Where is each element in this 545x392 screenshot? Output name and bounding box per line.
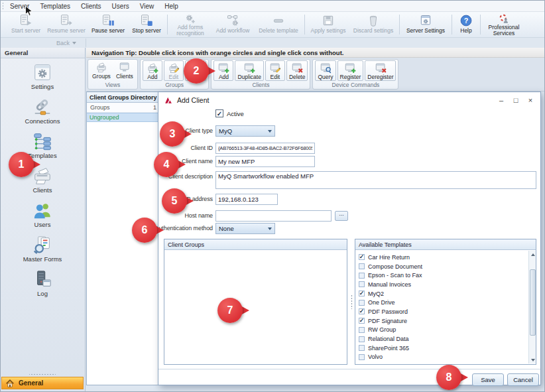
splitter-handle[interactable] xyxy=(29,373,56,376)
server-log-icon xyxy=(32,269,52,289)
client-id-field[interactable] xyxy=(215,143,315,154)
chevron-down-icon xyxy=(72,42,76,44)
template-row[interactable]: ✓ PDF Password xyxy=(359,307,528,316)
template-checkbox[interactable] xyxy=(359,263,365,269)
available-templates-title: Available Templates xyxy=(355,239,536,250)
apply-settings-button[interactable]: Apply settings xyxy=(307,13,349,36)
home-icon xyxy=(5,379,15,388)
client-type-row: Client type MyQ xyxy=(158,125,540,137)
template-row[interactable]: Manual Invoices xyxy=(359,280,528,289)
template-checkbox[interactable]: ✓ xyxy=(359,291,365,296)
scrollbar[interactable] xyxy=(528,251,536,363)
scroll-down-icon[interactable] xyxy=(529,356,536,363)
template-row[interactable]: Epson - Scan to Fax xyxy=(359,271,528,280)
sidebar-footer-general[interactable]: General xyxy=(1,377,84,389)
template-checkbox[interactable] xyxy=(359,300,365,306)
dialog-titlebar[interactable]: Add Client – □ × xyxy=(158,92,540,108)
menu-clients[interactable]: Clients xyxy=(81,3,101,10)
device-register-button[interactable]: Register xyxy=(337,60,364,81)
back-button[interactable]: Back xyxy=(52,38,80,47)
host-name-field[interactable] xyxy=(215,210,332,222)
sidebar-item-users[interactable]: Users xyxy=(32,200,52,228)
template-checkbox[interactable] xyxy=(359,327,365,333)
template-row[interactable]: ✓ MyQ2 xyxy=(359,289,528,298)
device-query-button[interactable]: Query xyxy=(315,60,335,81)
menu-help[interactable]: Help xyxy=(164,3,178,10)
template-row[interactable]: One Drive xyxy=(359,298,528,307)
groups-edit-button[interactable]: Edit xyxy=(164,60,184,81)
maximize-icon[interactable]: □ xyxy=(509,95,523,105)
template-row[interactable]: SharePoint 365 xyxy=(359,344,528,353)
magnifier-documents-icon xyxy=(32,235,52,255)
template-checkbox[interactable]: ✓ xyxy=(359,254,365,260)
panel-splitter[interactable] xyxy=(349,239,354,365)
discard-settings-button[interactable]: Discard settings xyxy=(349,13,397,36)
template-checkbox[interactable] xyxy=(359,345,365,351)
pause-server-button[interactable]: Pause server xyxy=(88,13,128,36)
template-row[interactable]: Relational Data xyxy=(359,334,528,344)
template-checkbox[interactable]: ✓ xyxy=(359,318,365,324)
client-type-dropdown[interactable]: MyQ xyxy=(215,125,275,137)
annotation-step-2: 2 xyxy=(184,58,218,84)
clients-edit-button[interactable]: Edit xyxy=(265,60,285,81)
template-checkbox[interactable] xyxy=(359,273,365,279)
views-groups-button[interactable]: Groups xyxy=(90,60,113,81)
minimize-icon[interactable]: – xyxy=(494,95,509,105)
annotation-step-4: 4 xyxy=(154,152,188,177)
server-settings-button[interactable]: Server Settings xyxy=(402,13,450,36)
add-workflow-button[interactable]: Add workflow xyxy=(211,13,255,36)
template-checkbox[interactable] xyxy=(359,281,365,287)
sidebar-item-log[interactable]: Log xyxy=(32,269,52,297)
app-logo-icon xyxy=(164,96,173,105)
active-checkbox[interactable]: ✓ xyxy=(215,109,223,117)
authentication-method-dropdown[interactable]: None xyxy=(215,223,275,234)
groups-column-header[interactable]: Groups 1 xyxy=(87,103,160,113)
gear-plus-icon xyxy=(184,14,197,24)
help-button[interactable]: Help xyxy=(454,13,478,36)
sidebar-item-master-forms[interactable]: Master Forms xyxy=(23,235,62,263)
navigation-tip: Navigation Tip: Double click icons with … xyxy=(86,48,544,58)
menu-users[interactable]: Users xyxy=(112,3,129,10)
splitter-dots xyxy=(351,294,353,309)
ribbon-group-device-commands: Query Register Deregister Device Command… xyxy=(312,59,398,90)
professional-services-button[interactable]: Professional Services xyxy=(483,13,525,36)
close-icon[interactable]: × xyxy=(523,95,538,105)
save-button[interactable]: Save xyxy=(472,373,504,386)
template-checkbox[interactable]: ✓ xyxy=(359,308,365,314)
clients-delete-button[interactable]: Delete xyxy=(286,60,308,81)
list-item-ungrouped[interactable]: Ungrouped xyxy=(87,113,160,122)
active-row: ✓ Active xyxy=(158,109,540,121)
client-groups-panel: Client Groups xyxy=(164,239,347,365)
sidebar-item-connections[interactable]: Connections xyxy=(25,97,60,125)
clients-duplicate-button[interactable]: Duplicate xyxy=(235,60,263,81)
template-row[interactable]: ✓ PDF Signature xyxy=(359,316,528,326)
client-description-field[interactable]: MyQ Smartworkflow enabled MFP xyxy=(215,171,536,189)
template-checkbox[interactable] xyxy=(359,354,365,360)
menu-bar: Server Templates Clients Users View Help xyxy=(1,1,544,12)
toolbar-separator xyxy=(480,15,481,34)
browse-button[interactable]: ... xyxy=(335,211,348,221)
cancel-button[interactable]: Cancel xyxy=(507,373,539,386)
app-window: Server Templates Clients Users View Help… xyxy=(0,0,545,392)
template-checkbox[interactable] xyxy=(359,336,365,342)
device-deregister-button[interactable]: Deregister xyxy=(365,60,396,81)
sidebar-item-settings[interactable]: Settings xyxy=(31,62,54,90)
menu-templates[interactable]: Templates xyxy=(40,3,70,10)
ip-address-field[interactable] xyxy=(215,194,278,205)
stop-server-button[interactable]: Stop server xyxy=(128,13,165,36)
scroll-up-icon[interactable] xyxy=(529,251,536,258)
users-icon xyxy=(32,200,52,220)
resume-server-button[interactable]: Resume server xyxy=(44,13,88,36)
template-row[interactable]: Compose Document xyxy=(359,262,528,271)
monitor-icon xyxy=(119,61,131,73)
template-row[interactable]: RW Group xyxy=(359,326,528,335)
delete-template-button[interactable]: Delete template xyxy=(255,13,302,36)
template-row[interactable]: ✓ Car Hire Return xyxy=(359,253,528,262)
scrollbar-thumb[interactable] xyxy=(530,269,536,336)
add-forms-recognition-button[interactable]: Add forms recognition xyxy=(170,13,211,36)
client-name-field[interactable] xyxy=(215,156,315,167)
groups-add-button[interactable]: Add xyxy=(143,60,162,81)
template-row[interactable]: Volvo xyxy=(359,353,528,362)
menu-view[interactable]: View xyxy=(140,3,154,10)
views-clients-button[interactable]: Clients xyxy=(114,60,135,81)
